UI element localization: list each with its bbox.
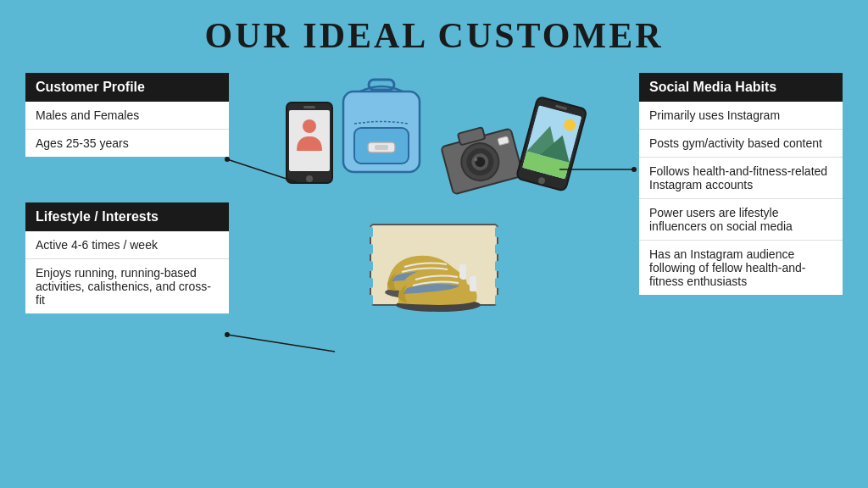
customer-profile-row-0: Males and Females — [25, 102, 229, 130]
svg-rect-35 — [495, 244, 502, 254]
social-media-body: Primarily uses Instagram Posts gym/activ… — [639, 102, 843, 295]
social-row-0: Primarily uses Instagram — [639, 102, 843, 130]
social-row-1: Posts gym/activity based content — [639, 130, 843, 158]
customer-profile-body: Males and Females Ages 25-35 years — [25, 102, 229, 157]
svg-point-46 — [225, 332, 230, 337]
svg-rect-31 — [366, 261, 373, 271]
lifestyle-interests-body: Active 4-6 times / week Enjoys running, … — [25, 231, 229, 313]
svg-rect-37 — [495, 278, 502, 288]
left-column: Customer Profile Males and Females Ages … — [25, 73, 229, 313]
customer-profile-card: Customer Profile Males and Females Ages … — [25, 73, 229, 157]
svg-line-45 — [227, 335, 335, 352]
svg-rect-38 — [495, 295, 502, 305]
social-row-2: Follows health-and-fitness-related Insta… — [639, 158, 843, 199]
lifestyle-row-1: Enjoys running, running-based activities… — [25, 259, 229, 313]
top-icons — [280, 73, 589, 195]
svg-rect-10 — [375, 145, 388, 150]
svg-rect-30 — [366, 244, 373, 254]
center-column — [290, 73, 578, 313]
lifestyle-interests-card: Lifestyle / Interests Active 4-6 times /… — [25, 202, 229, 313]
right-column: Social Media Habits Primarily uses Insta… — [639, 73, 843, 295]
svg-rect-42 — [470, 276, 476, 291]
svg-rect-36 — [495, 261, 502, 271]
social-row-3: Power users are lifestyle influencers on… — [639, 199, 843, 241]
svg-rect-4 — [303, 106, 315, 108]
svg-rect-34 — [495, 227, 502, 237]
photo-phone-icon — [509, 92, 600, 202]
lifestyle-interests-header: Lifestyle / Interests — [25, 202, 229, 231]
page-title: OUR IDEAL CUSTOMER — [0, 0, 868, 56]
svg-rect-32 — [366, 278, 373, 288]
customer-profile-header: Customer Profile — [25, 73, 229, 102]
customer-profile-row-1: Ages 25-35 years — [25, 130, 229, 157]
svg-point-2 — [303, 119, 316, 133]
svg-rect-29 — [366, 227, 373, 237]
backpack-icon — [331, 73, 432, 186]
lifestyle-row-0: Active 4-6 times / week — [25, 231, 229, 259]
svg-rect-33 — [366, 295, 373, 305]
svg-rect-40 — [459, 264, 466, 280]
social-row-4: Has an Instagram audience following of f… — [639, 241, 843, 295]
social-media-header: Social Media Habits — [639, 73, 843, 102]
svg-point-3 — [306, 175, 313, 182]
sneakers-icon — [366, 220, 502, 313]
